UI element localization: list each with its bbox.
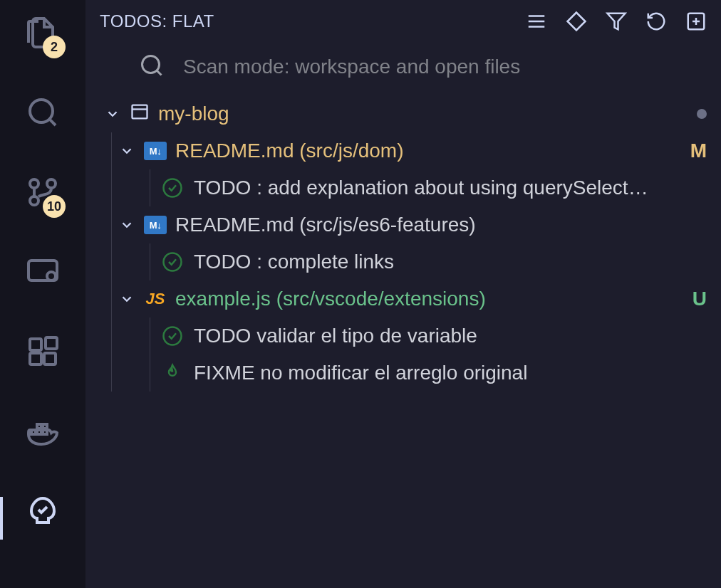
flame-icon — [161, 362, 184, 384]
sidebar-actions — [526, 11, 707, 32]
svg-point-0 — [30, 100, 53, 122]
activity-bar: 2 10 — [0, 0, 85, 588]
sidebar-header: TODOS: FLAT — [85, 0, 721, 43]
activity-docker[interactable] — [0, 411, 85, 451]
file-label: README.md (src/js/es6-features) — [175, 214, 678, 236]
list-icon[interactable] — [526, 11, 547, 32]
sidebar-title: TODOS: FLAT — [100, 11, 526, 31]
scan-mode-row[interactable]: Scan mode: workspace and open files — [85, 43, 721, 91]
svg-rect-12 — [133, 105, 147, 118]
todo-text: TODO : complete links — [194, 251, 707, 273]
chevron-down-icon — [101, 103, 124, 125]
activity-explorer[interactable]: 2 — [0, 13, 85, 53]
chevron-down-icon — [115, 140, 138, 162]
tree-item[interactable]: FIXME no modificar el arreglo original — [85, 355, 721, 392]
activity-extensions[interactable] — [0, 332, 85, 372]
root-label: my-blog — [158, 103, 690, 125]
activity-source-control[interactable]: 10 — [0, 172, 85, 212]
svg-rect-7 — [30, 353, 41, 364]
dirty-dot-icon — [697, 109, 707, 119]
activity-remote[interactable] — [0, 252, 85, 292]
workspace-icon — [130, 102, 150, 127]
activity-todo-tree[interactable] — [0, 491, 85, 531]
markdown-file-icon: M↓ — [144, 216, 167, 234]
tree-file[interactable]: JS example.js (src/vscode/extensions) U — [85, 280, 721, 317]
tree-item[interactable]: TODO : add explanation about using query… — [85, 169, 721, 206]
scm-badge: 10 — [43, 195, 66, 218]
chevron-down-icon — [115, 214, 138, 236]
svg-point-14 — [164, 253, 182, 271]
svg-point-5 — [47, 272, 56, 280]
sidebar-panel: TODOS: FLAT Scan mode: workspace and ope… — [85, 0, 721, 588]
svg-point-15 — [164, 327, 182, 345]
js-file-icon: JS — [144, 290, 167, 308]
tree-file[interactable]: M↓ README.md (src/js/es6-features) — [85, 206, 721, 243]
file-label: README.md (src/js/dom) — [175, 140, 678, 162]
scm-status: M — [685, 140, 707, 162]
scan-mode-label: Scan mode: workspace and open files — [183, 56, 520, 78]
expand-icon[interactable] — [685, 11, 707, 32]
tree-root[interactable]: my-blog — [85, 95, 721, 132]
svg-rect-6 — [30, 339, 41, 350]
filter-icon[interactable] — [606, 11, 627, 32]
tree-item[interactable]: TODO : complete links — [85, 243, 721, 280]
file-label: example.js (src/vscode/extensions) — [175, 288, 678, 310]
svg-point-3 — [30, 196, 38, 205]
check-circle-icon — [161, 325, 184, 347]
search-icon — [139, 53, 165, 81]
scm-status: U — [685, 288, 707, 310]
svg-rect-9 — [46, 337, 57, 349]
tree-item[interactable]: TODO validar el tipo de variable — [85, 317, 721, 355]
tree-file[interactable]: M↓ README.md (src/js/dom) M — [85, 132, 721, 169]
svg-rect-4 — [28, 261, 57, 280]
svg-point-13 — [164, 179, 182, 197]
markdown-file-icon: M↓ — [144, 142, 167, 160]
tag-icon[interactable] — [566, 11, 587, 32]
check-circle-icon — [161, 177, 184, 199]
check-circle-icon — [161, 251, 184, 273]
svg-point-11 — [142, 56, 160, 73]
todo-text: TODO : add explanation about using query… — [194, 177, 707, 199]
todo-tree: my-blog M↓ README.md (src/js/dom) M TODO… — [85, 95, 721, 392]
svg-point-2 — [47, 179, 56, 188]
explorer-badge: 2 — [43, 36, 66, 58]
chevron-down-icon — [115, 288, 138, 310]
svg-rect-8 — [44, 353, 56, 364]
refresh-icon[interactable] — [645, 11, 667, 32]
activity-search[interactable] — [0, 93, 85, 132]
todo-text: FIXME no modificar el arreglo original — [194, 362, 707, 384]
todo-text: TODO validar el tipo de variable — [194, 325, 707, 347]
svg-point-1 — [30, 179, 38, 188]
